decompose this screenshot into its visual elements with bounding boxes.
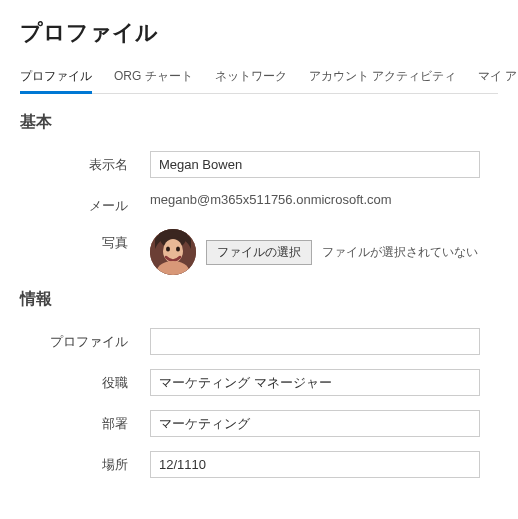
section-basic: 基本 (20, 112, 498, 133)
row-profile: プロファイル (20, 328, 498, 355)
email-value: meganb@m365x511756.onmicrosoft.com (150, 192, 392, 207)
row-display-name: 表示名 (20, 151, 498, 178)
svg-point-3 (166, 247, 170, 252)
page-title: プロファイル (20, 18, 498, 48)
row-photo: 写真 ファイルの選択 ファイルが選択されていない (20, 229, 498, 275)
label-email: メール (20, 192, 150, 215)
row-title: 役職 (20, 369, 498, 396)
location-input[interactable] (150, 451, 480, 478)
choose-file-button[interactable]: ファイルの選択 (206, 240, 312, 265)
row-department: 部署 (20, 410, 498, 437)
label-title: 役職 (20, 369, 150, 392)
tab-my-applications[interactable]: マイ アプリケーション (478, 62, 518, 93)
label-photo: 写真 (20, 229, 150, 252)
file-status: ファイルが選択されていない (322, 244, 478, 261)
label-profile: プロファイル (20, 328, 150, 351)
section-info: 情報 (20, 289, 498, 310)
row-location: 場所 (20, 451, 498, 478)
department-input[interactable] (150, 410, 480, 437)
tabs: プロファイル ORG チャート ネットワーク アカウント アクティビティ マイ … (20, 62, 498, 94)
tab-profile[interactable]: プロファイル (20, 62, 92, 93)
tab-network[interactable]: ネットワーク (215, 62, 287, 93)
tab-account-activity[interactable]: アカウント アクティビティ (309, 62, 456, 93)
label-location: 場所 (20, 451, 150, 474)
svg-point-4 (176, 247, 180, 252)
row-email: メール meganb@m365x511756.onmicrosoft.com (20, 192, 498, 215)
tab-org-chart[interactable]: ORG チャート (114, 62, 193, 93)
title-input[interactable] (150, 369, 480, 396)
label-display-name: 表示名 (20, 151, 150, 174)
avatar (150, 229, 196, 275)
profile-input[interactable] (150, 328, 480, 355)
label-department: 部署 (20, 410, 150, 433)
display-name-input[interactable] (150, 151, 480, 178)
